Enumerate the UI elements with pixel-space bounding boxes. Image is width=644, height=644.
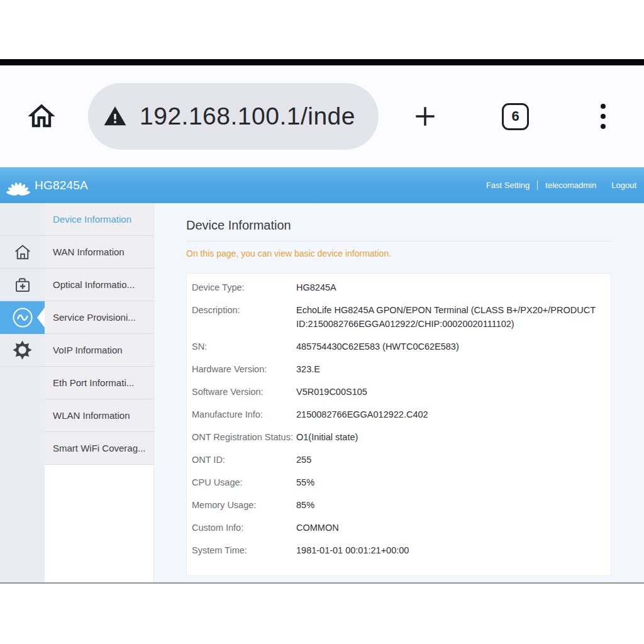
browser-toolbar: 192.168.100.1/inde 6	[0, 65, 644, 167]
title-divider	[186, 241, 611, 242]
table-row-sn: SN: 485754430C62E583 (HWTC0C62E583)	[192, 335, 606, 358]
huawei-logo-icon	[6, 175, 31, 196]
tab-switcher-button[interactable]: 6	[502, 103, 529, 130]
sidebar-item-wan-information[interactable]: WAN Information	[45, 236, 153, 269]
header-links: Fast Setting telecomadmin Logout	[486, 180, 636, 190]
sidebar-item-device-information[interactable]: Device Information	[45, 203, 153, 236]
tab-count: 6	[511, 108, 519, 125]
sidebar-menu: Device Information WAN Information Optic…	[45, 203, 154, 582]
site-header: HG8245A Fast Setting telecomadmin Logout	[0, 167, 644, 203]
icon-rail	[0, 203, 45, 582]
table-row-ont-registration-status: ONT Registration Status: O1(Initial stat…	[192, 426, 606, 448]
screen: 192.168.100.1/inde 6	[0, 0, 644, 644]
page-note: On this page, you can view basic device …	[186, 248, 611, 258]
url-bar[interactable]: 192.168.100.1/inde	[88, 83, 379, 150]
sidebar-item-voip-information[interactable]: VoIP Information	[45, 334, 153, 367]
kebab-dot	[601, 104, 606, 109]
rail-cell-blank	[0, 203, 45, 236]
device-model-title: HG8245A	[35, 179, 88, 192]
service-wave-icon	[11, 306, 34, 329]
browser-menu-button[interactable]	[597, 100, 609, 133]
kebab-dot	[601, 114, 606, 119]
sidebar-item-optical-information[interactable]: Optical Informatio...	[45, 269, 153, 301]
new-tab-button[interactable]	[411, 103, 439, 130]
device-info-table: Device Type: HG8245A Description: EchoLi…	[186, 273, 611, 576]
home-icon	[13, 242, 33, 262]
table-row-description: Description: EchoLife HG8245A GPON/EPON …	[192, 299, 606, 335]
page-title: Device Information	[186, 218, 611, 233]
sidebar-item-wlan-information[interactable]: WLAN Information	[45, 399, 153, 432]
rail-status-button[interactable]	[0, 236, 45, 269]
not-secure-warning-icon[interactable]	[103, 104, 127, 128]
toolbox-icon	[13, 275, 33, 295]
rail-service-button[interactable]	[0, 301, 45, 334]
table-row-manufacture-info: Manufacture Info: 2150082766EGGA012922.C…	[192, 403, 606, 426]
page-bottom-divider	[0, 582, 644, 584]
sidebar-item-service-provisioning[interactable]: Service Provisioni...	[45, 301, 153, 334]
url-text[interactable]: 192.168.100.1/inde	[140, 103, 355, 130]
plus-icon	[411, 103, 439, 130]
logged-in-username: telecomadmin	[545, 180, 596, 190]
header-divider	[537, 180, 538, 190]
gear-icon	[12, 340, 33, 360]
table-row-software-version: Software Version: V5R019C00S105	[192, 380, 606, 403]
table-row-system-time: System Time: 1981-01-01 00:01:21+00:00	[192, 539, 606, 562]
main-content: Device Information On this page, you can…	[154, 203, 644, 582]
top-divider-bar	[0, 59, 644, 65]
sidebar-item-eth-port-information[interactable]: Eth Port Informati...	[45, 367, 153, 399]
logout-link[interactable]: Logout	[611, 180, 636, 190]
table-row-hardware-version: Hardware Version: 323.E	[192, 358, 606, 380]
rail-wan-button[interactable]	[0, 269, 45, 301]
kebab-dot	[601, 124, 606, 129]
home-icon	[25, 100, 58, 133]
table-row-cpu-usage: CPU Usage: 55%	[192, 471, 606, 494]
table-row-device-type: Device Type: HG8245A	[192, 276, 606, 299]
fast-setting-link[interactable]: Fast Setting	[486, 180, 530, 190]
rail-settings-button[interactable]	[0, 334, 45, 367]
browser-home-button[interactable]	[25, 100, 58, 133]
selected-notch	[37, 308, 45, 328]
table-row-memory-usage: Memory Usage: 85%	[192, 494, 606, 516]
page-body: Device Information WAN Information Optic…	[0, 203, 644, 582]
sidebar-item-smart-wifi-coverage[interactable]: Smart WiFi Coverag...	[45, 432, 153, 465]
table-row-custom-info: Custom Info: COMMON	[192, 516, 606, 539]
table-row-ont-id: ONT ID: 255	[192, 448, 606, 471]
